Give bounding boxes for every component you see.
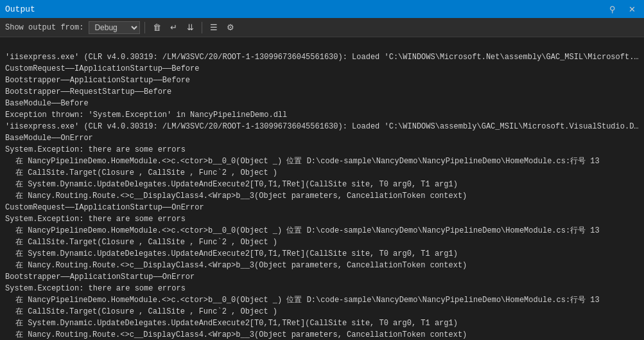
output-line: 在 NancyPipelineDemo.HomeModule.<>c.<ctor… — [5, 156, 639, 167]
output-line: 在 NancyPipelineDemo.HomeModule.<>c.<ctor… — [5, 294, 639, 306]
output-line: 在 CallSite.Target(Closure , CallSite , F… — [5, 306, 639, 318]
pin-icon: ⚲ — [609, 4, 616, 14]
settings-icon: ⚙ — [227, 22, 234, 32]
lock-scroll-button[interactable]: ⇊ — [183, 21, 197, 35]
clear-icon: 🗑 — [153, 22, 161, 32]
lock-icon: ⇊ — [187, 22, 194, 32]
output-line: Bootstrapper——ApplicationStartup——OnErro… — [5, 271, 639, 283]
close-icon: ✕ — [629, 4, 636, 14]
output-line: Exception thrown: 'System.Exception' in … — [5, 109, 639, 121]
output-line: 'iisexpress.exe' (CLR v4.0.30319: /LM/W3… — [5, 51, 639, 63]
window-title: Output — [5, 4, 35, 14]
settings-button[interactable]: ⚙ — [223, 21, 238, 35]
title-bar: Output ⚲ ✕ — [0, 0, 644, 18]
clear-button[interactable]: 🗑 — [150, 21, 164, 35]
output-line: 'iisexpress.exe' (CLR v4.0.30319: /LM/W3… — [5, 121, 639, 132]
more-options-button[interactable]: ☰ — [207, 21, 221, 35]
output-line: 在 System.Dynamic.UpdateDelegates.UpdateA… — [5, 248, 639, 260]
word-wrap-button[interactable]: ↵ — [166, 21, 180, 35]
output-line: Bootstrapper——RequestStartup——Before — [5, 86, 639, 98]
output-line: BaseModule——OnError — [5, 132, 639, 144]
separator-2 — [202, 22, 202, 33]
more-icon: ☰ — [210, 22, 218, 32]
output-panel[interactable]: 'iisexpress.exe' (CLR v4.0.30319: /LM/W3… — [0, 37, 644, 340]
pin-button[interactable]: ⚲ — [605, 2, 620, 16]
output-line: 在 NancyPipelineDemo.HomeModule.<>c.<ctor… — [5, 225, 639, 237]
output-line: System.Exception: there are some errors — [5, 213, 639, 225]
output-line: Bootstrapper——ApplicationStartup——Before — [5, 75, 639, 86]
output-line: CustomRequest——IApplicationStartup——Befo… — [5, 63, 639, 75]
output-line: 在 CallSite.Target(Closure , CallSite , F… — [5, 237, 639, 248]
output-line: 在 Nancy.Routing.Route.<>c__DisplayClass4… — [5, 260, 639, 271]
output-line: System.Exception: there are some errors — [5, 144, 639, 156]
title-bar-left: Output — [5, 4, 35, 14]
close-button[interactable]: ✕ — [625, 2, 639, 16]
output-toolbar: Show output from: Debug 🗑 ↵ ⇊ ☰ ⚙ — [0, 18, 644, 37]
title-bar-right: ⚲ ✕ — [605, 2, 639, 16]
output-line: 在 Nancy.Routing.Route.<>c__DisplayClass4… — [5, 190, 639, 202]
output-line: 在 Nancy.Routing.Route.<>c__DisplayClass4… — [5, 329, 639, 340]
separator-1 — [144, 22, 145, 33]
show-output-label: Show output from: — [5, 23, 83, 32]
output-line: 在 System.Dynamic.UpdateDelegates.UpdateA… — [5, 318, 639, 329]
output-line: BaseModule——Before — [5, 98, 639, 109]
output-line: 在 System.Dynamic.UpdateDelegates.UpdateA… — [5, 179, 639, 190]
source-selector[interactable]: Debug — [89, 21, 140, 34]
output-line: 在 CallSite.Target(Closure , CallSite , F… — [5, 167, 639, 179]
output-line: System.Exception: there are some errors — [5, 283, 639, 294]
output-line: CustomRequest——IApplicationStartup——OnEr… — [5, 202, 639, 213]
word-wrap-icon: ↵ — [170, 22, 177, 32]
